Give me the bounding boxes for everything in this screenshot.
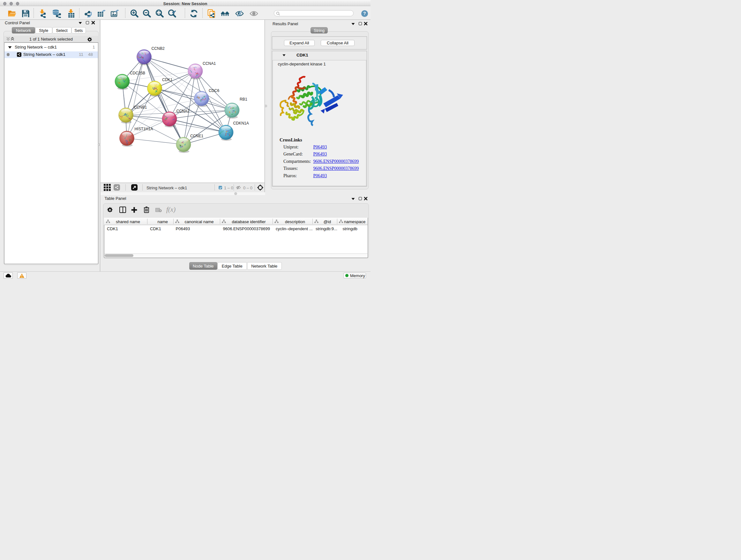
svg-text:CCNE1: CCNE1 (190, 134, 204, 138)
svg-text:HIST1H1A: HIST1H1A (135, 127, 153, 131)
svg-text:CCNA1: CCNA1 (203, 61, 216, 66)
svg-text:CDK1: CDK1 (162, 78, 173, 82)
svg-text:?: ? (363, 11, 366, 16)
svg-text:CCNB2: CCNB2 (151, 46, 165, 51)
svg-text:CCNA2: CCNA2 (177, 109, 190, 113)
svg-text:RB1: RB1 (240, 97, 247, 102)
svg-text:CDC25B: CDC25B (130, 71, 145, 75)
svg-text:CDKN1A: CDKN1A (233, 121, 249, 125)
svg-text:CDC6: CDC6 (209, 88, 219, 93)
svg-text:CCNB1: CCNB1 (134, 105, 147, 110)
